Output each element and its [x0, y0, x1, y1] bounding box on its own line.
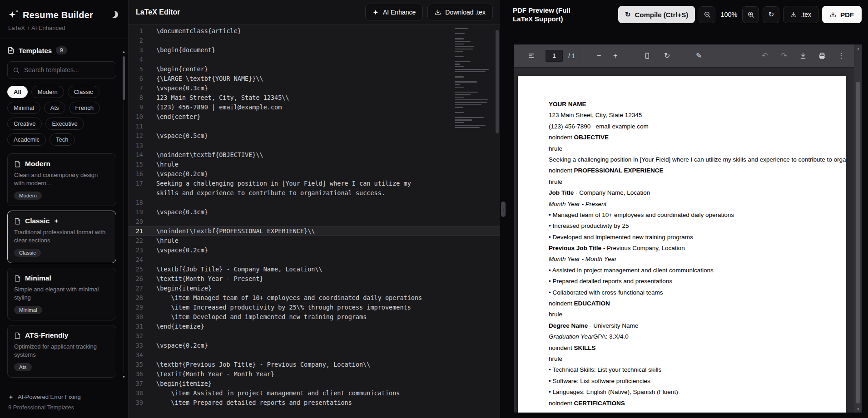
editor-row[interactable]: 2 [129, 36, 500, 45]
filter-chip-creative[interactable]: Creative [7, 118, 42, 130]
filter-chip-minimal[interactable]: Minimal [7, 102, 40, 114]
editor-row[interactable]: 14\noindent\textbf{OBJECTIVE}\\ [129, 150, 500, 160]
editor-row[interactable]: 22\hrule [129, 236, 500, 246]
filter-chip-tech[interactable]: Tech [50, 133, 74, 146]
editor-row[interactable]: 33\vspace{0.2cm} [129, 341, 500, 350]
download-tex-button[interactable]: Download .tex [427, 4, 493, 20]
viewer-zoom-out-button[interactable]: − [592, 49, 606, 63]
editor-scrollbar[interactable] [496, 29, 499, 413]
search-input[interactable] [23, 66, 111, 74]
scroll-up-arrow-icon[interactable]: ▲ [121, 50, 127, 54]
editor-row[interactable]: 21\noindent\textbf{PROFESSIONAL EXPERIEN… [129, 226, 500, 236]
editor-row[interactable]: 7\vspace{0.3cm} [129, 84, 500, 93]
editor-row[interactable]: 29 \item Increased productivity by 25\% … [129, 303, 500, 312]
editor-row[interactable]: 9(123) 456-7890 | email@example.com [129, 103, 500, 112]
editor-row[interactable]: 28 \item Managed team of 10+ employees a… [129, 293, 500, 303]
editor-row[interactable]: 23\vspace{0.2cm} [129, 246, 500, 255]
editor-row[interactable]: 26\textit{Month Year - Present} [129, 274, 500, 284]
more-options-button[interactable]: ⋮ [834, 49, 848, 63]
scrollbar-thumb[interactable] [496, 30, 499, 133]
editor-row[interactable]: 8123 Main Street, City, State 12345\\ [129, 93, 500, 103]
editor-row[interactable]: 38 \item Assisted in project management … [129, 388, 500, 398]
editor-row[interactable]: 35\textbf{Previous Job Title} - Previous… [129, 360, 500, 369]
filter-chip-modern[interactable]: Modern [31, 86, 64, 98]
editor-row[interactable]: 6{\LARGE \textbf{YOUR NAME}}\\ [129, 74, 500, 84]
theme-toggle-button[interactable] [109, 9, 120, 21]
sidebar-toggle-button[interactable] [525, 49, 538, 63]
editor-row[interactable]: 4 [129, 55, 500, 64]
pdf-scrollbar[interactable]: ▲ ▼ [854, 44, 862, 413]
fit-page-button[interactable] [640, 49, 654, 63]
filter-chip-ats[interactable]: Ats [44, 102, 65, 114]
editor-row[interactable]: 3\begin{document} [129, 45, 500, 55]
editor-row[interactable]: 25\textbf{Job Title} - Company Name, Loc… [129, 265, 500, 274]
template-card-minimal[interactable]: MinimalSimple and elegant with minimal s… [7, 268, 116, 320]
viewer-zoom-in-button[interactable]: + [609, 49, 622, 63]
ai-enhance-button[interactable]: AI Enhance [365, 4, 423, 20]
undo-button[interactable]: ↶ [758, 49, 772, 63]
editor-row[interactable]: skills and experience to contribute to o… [129, 188, 500, 198]
line-number: 5 [129, 64, 149, 74]
zoom-in-button[interactable] [742, 6, 759, 23]
file-icon [14, 332, 21, 339]
editor-row[interactable]: 32 [129, 331, 500, 341]
code-text: \vspace{0.2cm} [149, 169, 208, 179]
editor-row[interactable]: 37\begin{itemize} [129, 379, 500, 388]
editor-row[interactable]: 30 \item Developed and implemented new t… [129, 312, 500, 322]
editor-row[interactable]: 16\vspace{0.2cm} [129, 169, 500, 179]
filter-chip-all[interactable]: All [7, 86, 28, 98]
pdf-page-area[interactable]: YOUR NAME123 Main Street, City, State 12… [514, 67, 862, 413]
scrollbar-track[interactable] [124, 56, 124, 373]
sidebar-scrollbar[interactable]: ▲ ▼ [121, 50, 127, 379]
editor-row[interactable]: 12\vspace{0.5cm} [129, 131, 500, 141]
compile-button[interactable]: ↻ Compile (Ctrl+S) [618, 6, 695, 23]
code-text [149, 255, 156, 265]
editor-row[interactable]: 11 [129, 122, 500, 131]
zoom-out-button[interactable] [699, 6, 715, 23]
editor-row[interactable]: 15\hrule [129, 160, 500, 169]
editor-row[interactable]: 19\vspace{0.3cm} [129, 207, 500, 217]
page-number-input[interactable] [546, 50, 563, 62]
scroll-up-arrow-icon[interactable]: ▲ [854, 47, 862, 50]
editor-row[interactable]: 17Seeking a challenging position in [You… [129, 179, 500, 188]
editor-row[interactable]: 5\begin{center} [129, 64, 500, 74]
code-editor[interactable]: 1\documentclass{article}23\begin{documen… [129, 25, 500, 418]
download-pdf-button[interactable]: PDF [822, 6, 862, 23]
print-button[interactable] [815, 49, 829, 63]
scrollbar-thumb[interactable] [856, 82, 860, 403]
download-tex-file-button[interactable]: .tex [783, 6, 818, 23]
template-card-classic[interactable]: ClassicTraditional professional format w… [7, 211, 116, 263]
editor-row[interactable]: 34 [129, 350, 500, 360]
rotate-button[interactable]: ↻ [660, 49, 674, 63]
redo-button[interactable]: ↷ [777, 49, 791, 63]
editor-row[interactable]: 10\end{center} [129, 112, 500, 122]
editor-row[interactable]: 27\begin{itemize} [129, 284, 500, 293]
template-card-ats-friendly[interactable]: ATS-FriendlyOptimized for applicant trac… [7, 325, 116, 378]
editor-minimap[interactable] [455, 28, 492, 128]
editor-row[interactable]: 20 [129, 217, 500, 226]
panel-resize-handle[interactable]: ⋮ [501, 202, 506, 217]
line-number: 17 [129, 179, 149, 188]
filter-chip-executive[interactable]: Executive [45, 118, 84, 130]
code-text: \vspace{0.5cm} [149, 131, 208, 141]
editor-row[interactable]: 39 \item Prepared detailed reports and p… [129, 398, 500, 408]
pdf-line: noindent SKILLS [549, 343, 846, 354]
filter-chip-french[interactable]: French [69, 102, 100, 114]
scroll-down-arrow-icon[interactable]: ▼ [854, 408, 862, 411]
filter-chip-academic[interactable]: Academic [7, 133, 46, 146]
draw-annotation-button[interactable]: ✎ [692, 49, 706, 63]
scrollbar-thumb[interactable] [123, 56, 125, 100]
editor-row[interactable]: 31\end{itemize} [129, 322, 500, 331]
editor-row[interactable]: 36\textit{Month Year - Month Year} [129, 369, 500, 379]
editor-row[interactable]: 24 [129, 255, 500, 265]
line-number: 21 [129, 226, 149, 236]
scroll-down-arrow-icon[interactable]: ▼ [121, 375, 127, 379]
editor-row[interactable]: 13 [129, 141, 500, 150]
filter-chip-classic[interactable]: Classic [68, 86, 99, 98]
template-card-modern[interactable]: ModernClean and contemporary design with… [7, 153, 116, 206]
line-number: 10 [129, 112, 149, 122]
editor-row[interactable]: 18 [129, 198, 500, 207]
viewer-download-button[interactable] [796, 49, 810, 63]
refresh-button[interactable]: ↻ [763, 6, 779, 23]
editor-row[interactable]: 1\documentclass{article} [129, 26, 500, 36]
